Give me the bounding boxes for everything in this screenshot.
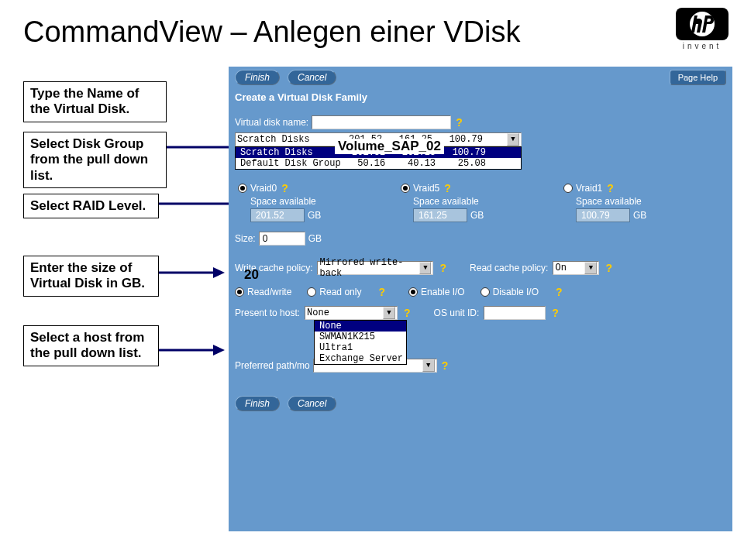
help-icon[interactable]: ? bbox=[378, 286, 385, 298]
vraid1-space-value: 100.79 bbox=[576, 208, 630, 222]
vdisk-name-label: Virtual disk name: bbox=[235, 117, 308, 128]
host-option[interactable]: Exchange Server bbox=[315, 353, 406, 364]
chevron-down-icon[interactable]: ▼ bbox=[419, 262, 431, 274]
finish-button[interactable]: Finish bbox=[235, 396, 280, 411]
space-available-label: Space available bbox=[576, 196, 723, 207]
chevron-down-icon[interactable]: ▼ bbox=[584, 262, 597, 274]
size-input[interactable] bbox=[259, 232, 305, 246]
read-cache-select[interactable]: On ▼ bbox=[553, 261, 599, 275]
vraid5-space-value: 161.25 bbox=[413, 208, 467, 222]
readonly-radio[interactable] bbox=[307, 287, 316, 297]
callout-size: Enter the size of Virtual Disk in GB. bbox=[23, 256, 159, 297]
help-icon[interactable]: ? bbox=[444, 182, 451, 194]
read-cache-label: Read cache policy: bbox=[470, 263, 548, 273]
commandview-panel: Finish Cancel Page Help Create a Virtual… bbox=[229, 67, 732, 531]
vraid0-space-value: 201.52 bbox=[250, 208, 305, 222]
help-icon[interactable]: ? bbox=[552, 307, 559, 319]
page-help-button[interactable]: Page Help bbox=[670, 70, 726, 85]
hp-invent-text: invent bbox=[676, 42, 728, 50]
disable-io-radio[interactable] bbox=[480, 287, 490, 297]
enable-io-radio[interactable] bbox=[408, 287, 418, 297]
size-unit-label: GB bbox=[308, 233, 322, 244]
read-cache-value: On bbox=[555, 263, 566, 273]
raid-col-vraid1: Vraid1 ? Space available 100.79 GB bbox=[563, 182, 723, 222]
os-unit-id-input[interactable] bbox=[484, 306, 546, 320]
unit-label: GB bbox=[308, 210, 321, 221]
hp-logo: invent bbox=[676, 8, 728, 50]
host-option[interactable]: None bbox=[315, 321, 406, 332]
help-icon[interactable]: ? bbox=[556, 286, 563, 298]
write-cache-value: Mirrored write-back bbox=[319, 257, 418, 279]
svg-marker-7 bbox=[213, 267, 225, 278]
help-icon[interactable]: ? bbox=[442, 359, 449, 372]
preferred-path-label: Preferred path/mo bbox=[235, 360, 310, 371]
callout-name: Type the Name of the Virtual Disk. bbox=[23, 81, 167, 122]
top-button-bar: Finish Cancel Page Help bbox=[229, 67, 732, 88]
raid-col-vraid0: Vraid0 ? Space available 201.52 GB bbox=[238, 182, 398, 222]
raid-col-vraid5: Vraid5 ? Space available 161.25 GB bbox=[401, 182, 560, 222]
overlay-size: 20 bbox=[244, 267, 259, 283]
help-icon[interactable]: ? bbox=[281, 182, 288, 194]
help-icon[interactable]: ? bbox=[605, 262, 612, 274]
panel-title: Create a Virtual Disk Family bbox=[229, 88, 732, 109]
help-icon[interactable]: ? bbox=[404, 307, 411, 319]
host-dropdown[interactable]: None SWMAN1K215 Ultra1 Exchange Server bbox=[314, 320, 407, 365]
callout-host: Select a host from the pull down list. bbox=[23, 325, 159, 366]
host-selected-value: None bbox=[307, 307, 329, 318]
readwrite-radio[interactable] bbox=[235, 287, 244, 297]
vraid1-radio[interactable] bbox=[563, 184, 573, 193]
enable-io-label: Enable I/O bbox=[421, 287, 465, 297]
readwrite-label: Read/write bbox=[247, 287, 291, 297]
vdisk-name-input[interactable] bbox=[312, 115, 451, 129]
cancel-button[interactable]: Cancel bbox=[288, 396, 336, 411]
help-icon[interactable]: ? bbox=[439, 262, 446, 274]
readonly-label: Read only bbox=[319, 287, 361, 297]
hp-logo-icon bbox=[676, 8, 728, 40]
callout-raid: Select RAID Level. bbox=[23, 194, 159, 218]
space-available-label: Space available bbox=[413, 196, 560, 207]
overlay-vdisk-name: Volume_SAP_02 bbox=[335, 139, 444, 154]
vraid5-radio[interactable] bbox=[401, 184, 410, 193]
vraid0-label: Vraid0 bbox=[250, 183, 277, 194]
host-option[interactable]: Ultra1 bbox=[315, 342, 406, 353]
bottom-button-bar: Finish Cancel bbox=[229, 393, 732, 414]
chevron-down-icon[interactable]: ▼ bbox=[422, 359, 435, 372]
disk-group-option[interactable]: Default Disk Group 50.16 40.13 25.08 bbox=[236, 158, 521, 169]
vraid1-label: Vraid1 bbox=[576, 183, 602, 194]
svg-marker-9 bbox=[213, 345, 225, 356]
space-available-label: Space available bbox=[250, 196, 398, 207]
vraid5-label: Vraid5 bbox=[413, 183, 439, 194]
cancel-button[interactable]: Cancel bbox=[288, 70, 336, 85]
unit-label: GB bbox=[470, 210, 484, 221]
callout-diskgroup: Select Disk Group from the pull down lis… bbox=[23, 132, 167, 188]
chevron-down-icon[interactable]: ▼ bbox=[383, 307, 395, 319]
host-option[interactable]: SWMAN1K215 bbox=[315, 332, 406, 342]
write-cache-select[interactable]: Mirrored write-back ▼ bbox=[317, 261, 433, 275]
help-icon[interactable]: ? bbox=[456, 116, 463, 129]
os-unit-id-label: OS unit ID: bbox=[434, 307, 480, 318]
help-icon[interactable]: ? bbox=[607, 182, 614, 194]
form-area: Virtual disk name: ? Scratch Disks 201.5… bbox=[229, 109, 732, 379]
arrow-icon bbox=[159, 341, 225, 364]
unit-label: GB bbox=[633, 210, 646, 221]
chevron-down-icon[interactable]: ▼ bbox=[507, 133, 519, 146]
present-to-host-label: Present to host: bbox=[235, 307, 300, 318]
finish-button[interactable]: Finish bbox=[235, 70, 280, 85]
slide-title: CommandView – Anlegen einer VDisk bbox=[23, 15, 520, 49]
arrow-icon bbox=[159, 263, 225, 287]
present-to-host-select[interactable]: None ▼ bbox=[305, 306, 398, 320]
vraid0-radio[interactable] bbox=[238, 184, 247, 193]
size-label: Size: bbox=[235, 233, 256, 244]
disable-io-label: Disable I/O bbox=[493, 287, 539, 297]
raid-level-row: Vraid0 ? Space available 201.52 GB Vraid… bbox=[235, 182, 726, 222]
